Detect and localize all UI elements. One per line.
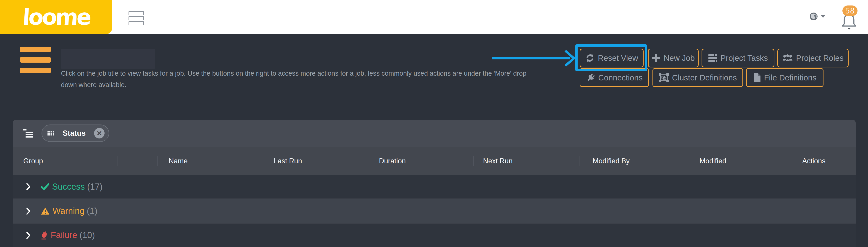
group-row-success[interactable]: Success (17) [13, 175, 856, 198]
plus-icon [652, 54, 660, 62]
group-label[interactable]: Failure [51, 230, 77, 240]
annotation-arrow [491, 48, 579, 68]
top-bar: loome 58 [0, 0, 868, 34]
project-tasks-button[interactable]: Project Tasks [702, 49, 774, 67]
column-header-name[interactable]: Name [169, 147, 188, 175]
group-count: (10) [80, 230, 95, 240]
jobs-table: Status ✕ Group Name Last Run Duration Ne… [13, 120, 856, 247]
chip-remove-button[interactable]: ✕ [94, 128, 104, 138]
connections-button[interactable]: Connections [580, 68, 649, 87]
button-label: Reset View [598, 53, 638, 63]
plug-icon [586, 73, 595, 82]
chevron-down-icon [820, 15, 826, 18]
group-count: (1) [87, 206, 97, 216]
column-header-duration[interactable]: Duration [379, 147, 406, 175]
project-roles-button[interactable]: Project Roles [777, 49, 848, 67]
notifications-button[interactable]: 58 [838, 5, 863, 30]
failure-flame-icon [41, 230, 48, 240]
button-label: Cluster Definitions [672, 73, 737, 82]
tasks-icon [708, 54, 717, 62]
button-label: New Job [664, 53, 695, 63]
description-line: down where available. [61, 79, 526, 90]
group-count: (17) [87, 182, 103, 192]
button-label: File Definitions [764, 73, 817, 82]
row-group-list-icon[interactable] [23, 129, 33, 138]
button-label: Project Tasks [720, 53, 768, 63]
column-header-last-run[interactable]: Last Run [274, 147, 302, 175]
column-header-actions: Actions [802, 147, 826, 175]
warning-triangle-icon [41, 207, 50, 215]
group-row-failure[interactable]: Failure (10) [13, 223, 856, 247]
success-check-icon [41, 183, 49, 190]
expand-chevron-icon[interactable] [26, 183, 31, 191]
expand-chevron-icon[interactable] [26, 207, 31, 215]
group-by-status-chip[interactable]: Status ✕ [41, 125, 109, 142]
column-header-modified[interactable]: Modified [700, 147, 726, 175]
group-label[interactable]: Success [52, 182, 85, 192]
page-description: Click on the job title to view tasks for… [61, 67, 526, 90]
menu-toggle-bar[interactable] [128, 11, 144, 15]
column-divider [118, 156, 118, 166]
menu-glyph-bar [20, 47, 51, 52]
column-divider [263, 156, 263, 166]
jobs-page: Click on the job title to view tasks for… [0, 34, 868, 247]
object-group-icon [659, 73, 669, 82]
drag-handle-icon[interactable] [48, 131, 54, 136]
refresh-icon [585, 53, 595, 63]
language-dropdown[interactable] [809, 11, 829, 23]
chevron-down-icon [847, 28, 851, 30]
menu-toggle-bar[interactable] [128, 21, 144, 25]
table-header-row: Group Name Last Run Duration Next Run Mo… [13, 147, 856, 175]
button-label: Connections [598, 73, 643, 82]
reset-view-button[interactable]: Reset View [580, 49, 644, 67]
cluster-definitions-button[interactable]: Cluster Definitions [652, 68, 743, 87]
table-toolbar: Status ✕ [13, 120, 856, 147]
actions-column-divider [791, 175, 791, 247]
logo-wordmark: loome [22, 6, 90, 28]
group-row-warning[interactable]: Warning (1) [13, 198, 856, 223]
notification-count-badge: 58 [842, 5, 858, 16]
expand-chevron-icon[interactable] [26, 231, 31, 239]
column-divider [685, 156, 685, 166]
group-label[interactable]: Warning [53, 206, 85, 216]
column-divider [473, 156, 473, 166]
globe-icon [809, 11, 829, 23]
file-definitions-button[interactable]: File Definitions [746, 68, 824, 87]
page-title-redacted [61, 49, 155, 69]
column-header-modified-by[interactable]: Modified By [593, 147, 630, 175]
new-job-button[interactable]: New Job [648, 49, 699, 67]
button-label: Project Roles [796, 53, 844, 63]
description-line: Click on the job title to view tasks for… [61, 67, 526, 79]
file-icon [753, 73, 761, 82]
loome-logo[interactable]: loome [0, 0, 112, 34]
column-header-group[interactable]: Group [23, 147, 43, 175]
column-divider [579, 156, 580, 166]
menu-toggle-bar[interactable] [128, 16, 144, 20]
column-divider [158, 156, 158, 166]
column-header-next-run[interactable]: Next Run [483, 147, 513, 175]
column-divider [368, 156, 368, 166]
menu-glyph-bar [20, 67, 51, 73]
chip-label: Status [58, 129, 90, 138]
menu-glyph-bar [20, 57, 51, 63]
users-icon [782, 54, 793, 62]
